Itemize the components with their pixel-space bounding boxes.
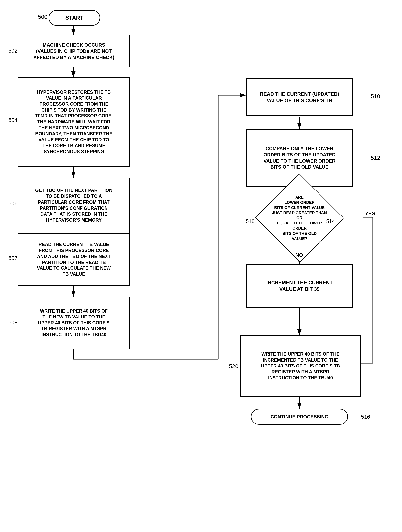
node-520: WRITE THE UPPER 40 BITS OF THEINCREMENTE… — [240, 335, 361, 397]
node-506: GET TBO OF THE NEXT PARTITIONTO BE DISPA… — [18, 177, 130, 233]
node-502: MACHINE CHECK OCCURS(VALUES IN CHIP TODs… — [18, 35, 130, 68]
node-508: WRITE THE UPPER 40 BITS OFTHE NEW TB VAL… — [18, 297, 130, 349]
ref-518: 518 — [246, 218, 254, 224]
ref-502: 502 — [8, 48, 18, 54]
ref-500: 500 — [38, 14, 47, 20]
ref-504: 504 — [8, 117, 18, 123]
ref-512: 512 — [371, 155, 380, 161]
node-516: CONTINUE PROCESSING — [251, 409, 348, 425]
node-508-label: WRITE THE UPPER 40 BITS OFTHE NEW TB VAL… — [38, 308, 110, 338]
ref-506: 506 — [8, 200, 18, 207]
node-504-label: HYPERVISOR RESTORES THE TBVALUE IN A PAR… — [35, 89, 113, 155]
node-502-label: MACHINE CHECK OCCURS(VALUES IN CHIP TODs… — [33, 42, 114, 61]
flowchart-diagram: START 500 MACHINE CHECK OCCURS(VALUES IN… — [0, 0, 402, 532]
ref-508: 508 — [8, 319, 18, 326]
node-510: READ THE CURRENT (UPDATED)VALUE OF THIS … — [246, 78, 353, 116]
no-label: NO — [295, 252, 303, 258]
node-504: HYPERVISOR RESTORES THE TBVALUE IN A PAR… — [18, 77, 130, 167]
node-514: ARELOWER ORDERBITS OF CURRENT VALUEJUST … — [268, 187, 331, 249]
ref-510: 510 — [371, 93, 380, 100]
node-518: INCREMENT THE CURRENTVALUE AT BIT 39 — [246, 264, 353, 308]
ref-520: 520 — [229, 363, 238, 369]
start-node: START — [49, 10, 100, 26]
node-507-label: READ THE CURRENT TB VALUEFROM THIS PROCE… — [37, 242, 111, 277]
node-507: READ THE CURRENT TB VALUEFROM THIS PROCE… — [18, 233, 130, 286]
start-label: START — [65, 15, 83, 21]
node-512-label: COMPARE ONLY THE LOWERORDER BITS OF THE … — [263, 146, 336, 170]
node-516-label: CONTINUE PROCESSING — [270, 414, 328, 419]
node-514-label: ARELOWER ORDERBITS OF CURRENT VALUEJUST … — [268, 193, 331, 243]
ref-516: 516 — [361, 414, 370, 420]
node-518-label: INCREMENT THE CURRENTVALUE AT BIT 39 — [266, 279, 333, 292]
ref-507: 507 — [8, 255, 18, 261]
yes-label: YES — [365, 210, 375, 216]
node-510-label: READ THE CURRENT (UPDATED)VALUE OF THIS … — [260, 91, 339, 104]
node-506-label: GET TBO OF THE NEXT PARTITIONTO BE DISPA… — [35, 188, 113, 223]
node-520-label: WRITE THE UPPER 40 BITS OF THEINCREMENTE… — [261, 351, 340, 381]
